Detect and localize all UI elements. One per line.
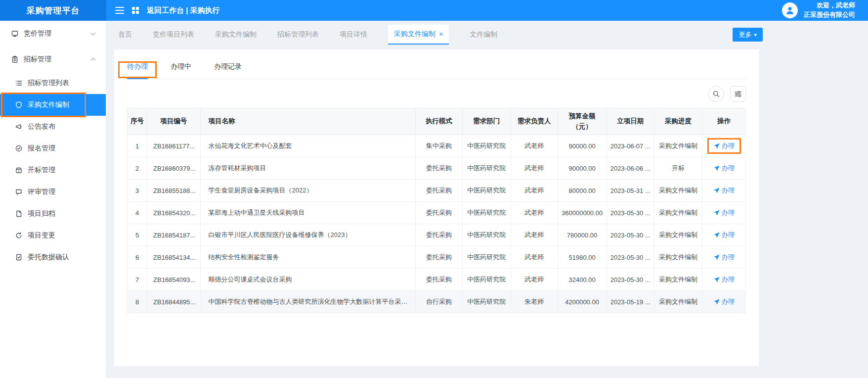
tab-doc-preparation-1[interactable]: 采购文件编制 xyxy=(215,25,257,45)
handle-action-link[interactable]: 办理 xyxy=(714,297,735,306)
apps-grid-icon[interactable] xyxy=(132,7,139,14)
table-body: 1 ZB16861177... 水仙花海文化艺术中心及配套 集中采购 中医药研究… xyxy=(128,135,746,313)
chevron-down-icon xyxy=(91,31,96,36)
col-header-progress: 采购进度 xyxy=(654,108,702,135)
sidebar-item-project-change[interactable]: 项目变更 xyxy=(0,225,106,246)
handle-action-link[interactable]: 办理 xyxy=(714,231,735,239)
table-row: 5 ZB16854187... 白银市平川区人民医院医疗设备维修保养（2023）… xyxy=(128,224,746,246)
welcome-text: 欢迎，武老师 xyxy=(804,1,855,10)
sidebar-group-label: 招标管理 xyxy=(24,55,51,64)
hamburger-menu-icon[interactable] xyxy=(115,7,124,14)
search-button[interactable] xyxy=(708,86,724,102)
cell-dept: 中医药研究院 xyxy=(463,202,511,224)
table-row: 1 ZB16861177... 水仙花海文化艺术中心及配套 集中采购 中医药研究… xyxy=(128,135,746,157)
send-icon xyxy=(714,254,720,260)
handle-action-link[interactable]: 办理 xyxy=(714,164,735,173)
tab-label: 办理中 xyxy=(171,62,191,70)
tab-home[interactable]: 首页 xyxy=(118,25,132,45)
cell-actions: 办理 xyxy=(702,269,746,291)
sidebar-item-tender-list[interactable]: 招标管理列表 xyxy=(0,72,106,94)
table-row: 6 ZB16854134... 结构安全性检测鉴定服务 委托采购 中医药研究院 … xyxy=(128,246,746,269)
col-header-seq: 序号 xyxy=(128,108,147,135)
cell-date: 2023-05-30 ... xyxy=(607,202,654,224)
cell-progress: 采购文件编制 xyxy=(654,135,702,157)
tab-label: 文件编制 xyxy=(470,30,497,39)
filter-button[interactable] xyxy=(730,86,746,102)
handle-action-link[interactable]: 办理 xyxy=(714,253,735,262)
table-row: 2 ZB16860379... 冻存管耗材采购项目 委托采购 中医药研究院 武老… xyxy=(128,157,746,180)
cell-dept: 中医药研究院 xyxy=(463,246,511,269)
sidebar-item-label: 项目归档 xyxy=(28,209,55,218)
handle-action-link[interactable]: 办理 xyxy=(714,275,735,284)
sidebar-item-registration[interactable]: 报名管理 xyxy=(0,138,106,159)
cell-seq: 8 xyxy=(128,291,147,313)
cell-exec-mode: 委托采购 xyxy=(415,269,462,291)
handle-action-link[interactable]: 办理 xyxy=(714,186,735,195)
projects-table: 序号 项目编号 项目名称 执行模式 需求部门 需求负责人 预算金额 （元） 立项… xyxy=(127,108,746,313)
cell-date: 2023-05-19 ... xyxy=(607,291,654,313)
cell-project-name: 冻存管耗材采购项目 xyxy=(200,157,415,180)
sidebar-item-review[interactable]: 评审管理 xyxy=(0,181,106,203)
sidebar-group-bidding[interactable]: 竞价管理 xyxy=(0,21,106,47)
cell-progress: 开标 xyxy=(654,157,702,180)
handle-action-label: 办理 xyxy=(722,164,735,173)
handle-action-label: 办理 xyxy=(722,253,735,262)
cell-progress: 采购文件编制 xyxy=(654,224,702,246)
caret-down-icon: ▾ xyxy=(754,32,757,38)
cell-project-name: 水仙花海文化艺术中心及配套 xyxy=(200,135,415,157)
cell-owner: 武老师 xyxy=(511,224,558,246)
col-header-actions: 操作 xyxy=(702,108,746,135)
close-icon[interactable]: × xyxy=(439,30,443,38)
tab-tender-management-list[interactable]: 招标管理列表 xyxy=(277,25,319,45)
tab-processing[interactable]: 办理中 xyxy=(171,62,191,79)
open-box-icon xyxy=(15,166,23,174)
tab-doc-preparation-active[interactable]: 采购文件编制 × xyxy=(388,25,449,45)
cell-budget: 51980.00 xyxy=(558,246,607,269)
cell-actions: 办理 xyxy=(702,157,746,180)
sidebar-item-bid-opening[interactable]: 开标管理 xyxy=(0,159,106,181)
refresh-icon xyxy=(15,232,23,239)
table-header-row: 序号 项目编号 项目名称 执行模式 需求部门 需求负责人 预算金额 （元） 立项… xyxy=(128,108,746,135)
sidebar-group-tender[interactable]: 招标管理 xyxy=(0,47,106,72)
tab-document-editing[interactable]: 文件编制 xyxy=(470,25,497,45)
handle-action-label: 办理 xyxy=(722,275,735,284)
cell-project-no: ZB16854134... xyxy=(147,246,201,269)
cell-actions: 办理 xyxy=(702,246,746,269)
sidebar-item-label: 招标管理列表 xyxy=(28,79,69,88)
send-icon xyxy=(714,188,720,193)
cell-date: 2023-06-06 ... xyxy=(607,157,654,180)
file-icon xyxy=(15,210,23,218)
col-header-exec-mode: 执行模式 xyxy=(415,108,462,135)
sidebar-item-delegation-confirm[interactable]: 委托数据确认 xyxy=(0,246,106,268)
table-row: 3 ZB16855188... 学生食堂厨房设备采购项目（2022） 委托采购 … xyxy=(128,180,746,202)
sidebar-item-archive[interactable]: 项目归档 xyxy=(0,203,106,225)
tab-label: 首页 xyxy=(118,30,132,39)
handle-action-label: 办理 xyxy=(722,231,735,239)
check-circle-icon xyxy=(15,144,23,152)
list-icon xyxy=(15,79,23,87)
sidebar-item-label: 委托数据确认 xyxy=(28,253,69,262)
sidebar-item-label: 采购文件编制 xyxy=(28,100,69,109)
sidebar-item-doc-preparation[interactable]: 采购文件编制 xyxy=(0,94,106,116)
send-icon xyxy=(714,232,720,238)
cell-project-no: ZB16854320... xyxy=(147,202,201,224)
cell-budget: 32400.00 xyxy=(558,269,607,291)
sidebar-item-announcement[interactable]: 公告发布 xyxy=(0,116,106,138)
cell-project-no: ZB16844895... xyxy=(147,291,201,313)
tab-bidding-project-list[interactable]: 竞价项目列表 xyxy=(153,25,194,45)
more-button[interactable]: 更多 ▾ xyxy=(733,28,763,42)
cell-budget: 80000.00 xyxy=(558,180,607,202)
tab-pending[interactable]: 待办理 xyxy=(127,62,148,79)
cell-owner: 武老师 xyxy=(511,246,558,269)
handle-action-link[interactable]: 办理 xyxy=(714,142,735,150)
cell-date: 2023-05-30 ... xyxy=(607,224,654,246)
avatar[interactable] xyxy=(782,2,798,18)
handle-action-link[interactable]: 办理 xyxy=(714,208,735,217)
col-header-date: 立项日期 xyxy=(607,108,654,135)
tab-records[interactable]: 办理记录 xyxy=(214,62,242,79)
col-header-dept: 需求部门 xyxy=(463,108,511,135)
tab-project-details[interactable]: 项目详情 xyxy=(340,25,367,45)
handle-action-label: 办理 xyxy=(722,208,735,217)
cell-date: 2023-05-30 ... xyxy=(607,246,654,269)
cell-project-name: 顺德分公司课桌式会议台采购 xyxy=(200,269,415,291)
